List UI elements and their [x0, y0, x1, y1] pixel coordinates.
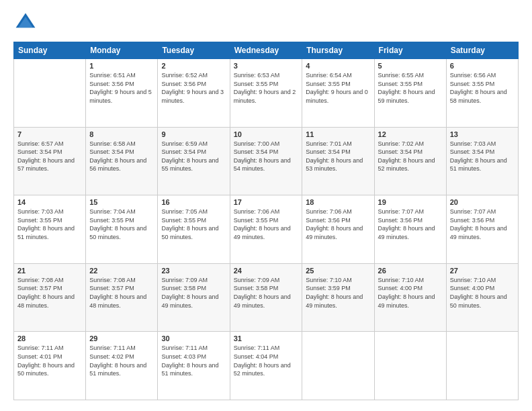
header-cell-tuesday: Tuesday — [158, 42, 230, 59]
day-detail: Sunrise: 7:11 AMSunset: 4:02 PMDaylight:… — [89, 344, 154, 377]
calendar-body: 1Sunrise: 6:51 AMSunset: 3:56 PMDaylight… — [14, 59, 519, 400]
day-cell-14: 14Sunrise: 7:03 AMSunset: 3:55 PMDayligh… — [14, 195, 86, 264]
day-detail: Sunrise: 7:06 AMSunset: 3:55 PMDaylight:… — [234, 208, 299, 241]
day-cell-4: 4Sunrise: 6:54 AMSunset: 3:55 PMDaylight… — [302, 59, 374, 128]
logo-icon — [13, 11, 38, 35]
day-number: 7 — [17, 130, 82, 138]
day-number: 15 — [89, 198, 154, 206]
day-cell-6: 6Sunrise: 6:56 AMSunset: 3:55 PMDaylight… — [446, 59, 518, 128]
week-row-2: 14Sunrise: 7:03 AMSunset: 3:55 PMDayligh… — [14, 195, 519, 264]
day-cell-empty — [446, 332, 518, 400]
week-row-3: 21Sunrise: 7:08 AMSunset: 3:57 PMDayligh… — [14, 263, 519, 332]
day-number: 9 — [161, 130, 226, 138]
day-number: 11 — [306, 130, 370, 138]
day-detail: Sunrise: 7:04 AMSunset: 3:55 PMDaylight:… — [89, 208, 154, 241]
day-detail: Sunrise: 6:53 AMSunset: 3:55 PMDaylight:… — [234, 71, 299, 105]
logo — [13, 11, 40, 35]
header-cell-friday: Friday — [374, 42, 446, 59]
day-detail: Sunrise: 6:52 AMSunset: 3:56 PMDaylight:… — [161, 71, 226, 105]
day-detail: Sunrise: 6:51 AMSunset: 3:56 PMDaylight:… — [89, 71, 154, 105]
day-number: 2 — [161, 62, 226, 70]
calendar-header: SundayMondayTuesdayWednesdayThursdayFrid… — [14, 42, 519, 59]
day-cell-28: 28Sunrise: 7:11 AMSunset: 4:01 PMDayligh… — [14, 332, 86, 400]
day-number: 4 — [306, 62, 370, 70]
day-number: 25 — [306, 267, 370, 275]
day-detail: Sunrise: 7:10 AMSunset: 4:00 PMDaylight:… — [450, 276, 515, 310]
calendar: SundayMondayTuesdayWednesdayThursdayFrid… — [13, 42, 519, 400]
day-cell-9: 9Sunrise: 6:59 AMSunset: 3:54 PMDaylight… — [158, 127, 230, 195]
day-detail: Sunrise: 7:09 AMSunset: 3:58 PMDaylight:… — [161, 276, 226, 310]
header-cell-sunday: Sunday — [14, 42, 86, 59]
day-cell-11: 11Sunrise: 7:01 AMSunset: 3:54 PMDayligh… — [302, 127, 374, 195]
day-cell-27: 27Sunrise: 7:10 AMSunset: 4:00 PMDayligh… — [446, 263, 518, 332]
day-cell-16: 16Sunrise: 7:05 AMSunset: 3:55 PMDayligh… — [158, 195, 230, 264]
week-row-4: 28Sunrise: 7:11 AMSunset: 4:01 PMDayligh… — [14, 332, 519, 400]
week-row-1: 7Sunrise: 6:57 AMSunset: 3:54 PMDaylight… — [14, 127, 519, 195]
day-number: 13 — [450, 130, 515, 138]
day-number: 28 — [17, 334, 82, 342]
day-number: 1 — [89, 62, 154, 70]
day-number: 14 — [17, 198, 82, 206]
day-number: 22 — [89, 267, 154, 275]
day-number: 21 — [17, 267, 82, 275]
day-cell-23: 23Sunrise: 7:09 AMSunset: 3:58 PMDayligh… — [158, 263, 230, 332]
day-cell-20: 20Sunrise: 7:07 AMSunset: 3:56 PMDayligh… — [446, 195, 518, 264]
day-cell-1: 1Sunrise: 6:51 AMSunset: 3:56 PMDaylight… — [86, 59, 158, 128]
day-number: 27 — [450, 267, 515, 275]
day-detail: Sunrise: 7:03 AMSunset: 3:54 PMDaylight:… — [450, 140, 515, 173]
day-detail: Sunrise: 7:02 AMSunset: 3:54 PMDaylight:… — [378, 140, 443, 173]
day-detail: Sunrise: 7:11 AMSunset: 4:01 PMDaylight:… — [17, 344, 82, 377]
day-number: 24 — [234, 267, 299, 275]
day-detail: Sunrise: 7:10 AMSunset: 4:00 PMDaylight:… — [378, 276, 443, 310]
day-number: 10 — [234, 130, 299, 138]
day-cell-13: 13Sunrise: 7:03 AMSunset: 3:54 PMDayligh… — [446, 127, 518, 195]
day-detail: Sunrise: 7:07 AMSunset: 3:56 PMDaylight:… — [378, 208, 443, 241]
day-detail: Sunrise: 7:01 AMSunset: 3:54 PMDaylight:… — [306, 140, 370, 173]
day-detail: Sunrise: 7:10 AMSunset: 3:59 PMDaylight:… — [306, 276, 370, 310]
day-detail: Sunrise: 7:11 AMSunset: 4:03 PMDaylight:… — [161, 344, 226, 377]
day-detail: Sunrise: 7:08 AMSunset: 3:57 PMDaylight:… — [89, 276, 154, 310]
day-cell-empty — [302, 332, 374, 400]
day-number: 31 — [234, 334, 299, 342]
header-cell-saturday: Saturday — [446, 42, 518, 59]
week-row-0: 1Sunrise: 6:51 AMSunset: 3:56 PMDaylight… — [14, 59, 519, 128]
day-number: 6 — [450, 62, 515, 70]
day-number: 26 — [378, 267, 443, 275]
day-number: 20 — [450, 198, 515, 206]
day-detail: Sunrise: 7:08 AMSunset: 3:57 PMDaylight:… — [17, 276, 82, 310]
day-cell-5: 5Sunrise: 6:55 AMSunset: 3:55 PMDaylight… — [374, 59, 446, 128]
day-cell-7: 7Sunrise: 6:57 AMSunset: 3:54 PMDaylight… — [14, 127, 86, 195]
header-cell-thursday: Thursday — [302, 42, 374, 59]
day-detail: Sunrise: 7:05 AMSunset: 3:55 PMDaylight:… — [161, 208, 226, 241]
day-number: 19 — [378, 198, 443, 206]
day-detail: Sunrise: 6:57 AMSunset: 3:54 PMDaylight:… — [17, 140, 82, 173]
day-cell-22: 22Sunrise: 7:08 AMSunset: 3:57 PMDayligh… — [86, 263, 158, 332]
day-detail: Sunrise: 6:56 AMSunset: 3:55 PMDaylight:… — [450, 71, 515, 105]
day-cell-31: 31Sunrise: 7:11 AMSunset: 4:04 PMDayligh… — [230, 332, 302, 400]
day-number: 16 — [161, 198, 226, 206]
day-number: 23 — [161, 267, 226, 275]
day-number: 29 — [89, 334, 154, 342]
day-cell-21: 21Sunrise: 7:08 AMSunset: 3:57 PMDayligh… — [14, 263, 86, 332]
day-cell-3: 3Sunrise: 6:53 AMSunset: 3:55 PMDaylight… — [230, 59, 302, 128]
day-number: 17 — [234, 198, 299, 206]
day-cell-18: 18Sunrise: 7:06 AMSunset: 3:56 PMDayligh… — [302, 195, 374, 264]
day-number: 12 — [378, 130, 443, 138]
day-cell-empty — [14, 59, 86, 128]
day-cell-25: 25Sunrise: 7:10 AMSunset: 3:59 PMDayligh… — [302, 263, 374, 332]
day-detail: Sunrise: 6:55 AMSunset: 3:55 PMDaylight:… — [378, 71, 443, 105]
header — [13, 11, 519, 35]
day-cell-12: 12Sunrise: 7:02 AMSunset: 3:54 PMDayligh… — [374, 127, 446, 195]
day-detail: Sunrise: 7:09 AMSunset: 3:58 PMDaylight:… — [234, 276, 299, 310]
day-number: 30 — [161, 334, 226, 342]
day-cell-17: 17Sunrise: 7:06 AMSunset: 3:55 PMDayligh… — [230, 195, 302, 264]
page: SundayMondayTuesdayWednesdayThursdayFrid… — [0, 0, 532, 411]
header-cell-monday: Monday — [86, 42, 158, 59]
header-row: SundayMondayTuesdayWednesdayThursdayFrid… — [14, 42, 519, 59]
day-cell-15: 15Sunrise: 7:04 AMSunset: 3:55 PMDayligh… — [86, 195, 158, 264]
day-cell-8: 8Sunrise: 6:58 AMSunset: 3:54 PMDaylight… — [86, 127, 158, 195]
day-cell-10: 10Sunrise: 7:00 AMSunset: 3:54 PMDayligh… — [230, 127, 302, 195]
day-number: 5 — [378, 62, 443, 70]
day-cell-26: 26Sunrise: 7:10 AMSunset: 4:00 PMDayligh… — [374, 263, 446, 332]
day-cell-empty — [374, 332, 446, 400]
